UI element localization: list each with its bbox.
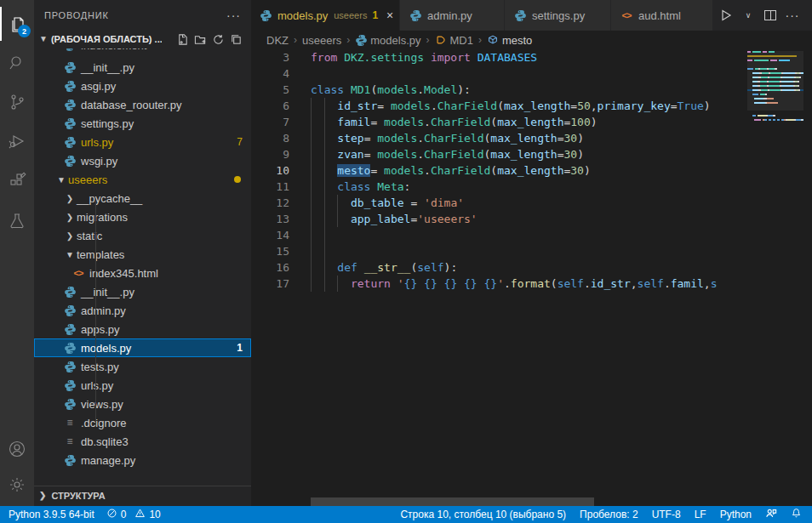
chevron-right-icon: ❯: [63, 194, 77, 203]
tree-folder-static[interactable]: ❯static: [34, 226, 251, 245]
tree-file-settings.py[interactable]: settings.py: [34, 114, 251, 133]
breadcrumb-item-mesto[interactable]: mesto: [487, 34, 532, 47]
settings-gear-icon[interactable]: [0, 468, 34, 502]
tab-label: admin.py: [427, 9, 472, 22]
refresh-icon[interactable]: [212, 33, 225, 46]
tree-file-indexelement[interactable]: indexelement: [34, 48, 251, 58]
run-dropdown-icon[interactable]: ∨: [739, 6, 758, 25]
line-number: 4: [251, 67, 289, 80]
status-eol[interactable]: LF: [695, 509, 706, 520]
tree-item-label: indexelement: [81, 48, 146, 52]
status-encoding[interactable]: UTF-8: [652, 509, 681, 520]
tree-item-label: .dcignore: [81, 417, 126, 429]
code-line-5[interactable]: 5class MD1(models.Model):: [251, 82, 812, 98]
tab-settings.py[interactable]: settings.py: [505, 0, 611, 31]
code-line-9[interactable]: 9 zvan= models.CharField(max_length=30): [251, 146, 812, 162]
tree-file-urls.py[interactable]: urls.py: [34, 376, 251, 395]
tree-item-label: __init__.py: [81, 61, 134, 74]
tree-file-asgi.py[interactable]: asgi.py: [34, 77, 251, 95]
code-line-11[interactable]: 11 class Meta:: [251, 179, 812, 195]
line-content: famil= models.CharField(max_length=100): [311, 114, 598, 130]
status-cursor-position[interactable]: Строка 10, столбец 10 (выбрано 5): [400, 509, 566, 520]
code-line-14[interactable]: 14: [251, 227, 812, 243]
run-debug-icon[interactable]: [0, 124, 34, 158]
breadcrumb-item-useeers[interactable]: useeers: [302, 34, 341, 47]
tree-folder-useeers[interactable]: ▼useeers: [34, 170, 251, 189]
file-file-icon: ≡: [63, 435, 77, 448]
tree-file-views.py[interactable]: views.py: [34, 395, 251, 413]
py-file-icon: [63, 117, 77, 130]
source-control-icon[interactable]: [0, 85, 34, 119]
line-number: 15: [251, 245, 289, 258]
status-problems[interactable]: 010: [106, 508, 161, 521]
chevron-right-icon: ❯: [63, 213, 77, 222]
breadcrumb-item-DKZ[interactable]: DKZ: [266, 34, 289, 47]
code-line-15[interactable]: 15: [251, 243, 812, 259]
tree-item-label: database_roouter.py: [81, 99, 182, 111]
tree-file-manage.py[interactable]: manage.py: [34, 451, 251, 469]
code-line-13[interactable]: 13 app_label='useeers': [251, 211, 812, 227]
tree-item-label: views.py: [81, 398, 123, 411]
status-label: Python: [720, 509, 752, 520]
line-number: 12: [251, 196, 289, 209]
code-line-6[interactable]: 6 id_str= models.CharField(max_length=50…: [251, 98, 812, 114]
split-editor-icon[interactable]: [761, 6, 780, 25]
tree-file-wsgi.py[interactable]: wsgi.py: [34, 151, 251, 170]
outline-section-header[interactable]: ❯ СТРУКТУРА: [34, 486, 251, 504]
tree-file-index345.html[interactable]: <>index345.html: [34, 264, 251, 282]
search-icon[interactable]: [0, 46, 34, 80]
account-icon[interactable]: [0, 432, 34, 466]
tree-folder-__pycache__[interactable]: ❯__pycache__: [34, 189, 251, 207]
error-count: 0: [121, 509, 127, 520]
code-editor[interactable]: 3from DKZ.settings import DATABASES45cla…: [251, 49, 812, 506]
tree-file-database_roouter.py[interactable]: database_roouter.py: [34, 95, 251, 114]
tree-file-apps.py[interactable]: apps.py: [34, 320, 251, 338]
testing-icon[interactable]: [0, 204, 34, 238]
tree-file-tests.py[interactable]: tests.py: [34, 357, 251, 376]
tree-file-db.sqlite3[interactable]: ≡db.sqlite3: [34, 432, 251, 451]
status-feedback-icon[interactable]: [765, 508, 777, 522]
horizontal-scrollbar[interactable]: [311, 497, 594, 506]
tree-file-.dcignore[interactable]: ≡.dcignore: [34, 413, 251, 432]
tree-file-admin.py[interactable]: admin.py: [34, 301, 251, 320]
tab-models.py[interactable]: models.pyuseeers1×: [251, 0, 400, 31]
tree-file-urls.py[interactable]: urls.py7: [34, 133, 251, 151]
status-python-interpreter[interactable]: Python 3.9.5 64-bit: [9, 509, 94, 520]
tree-folder-migrations[interactable]: ❯migrations: [34, 207, 251, 226]
code-line-10[interactable]: 10 mesto= models.CharField(max_length=30…: [251, 162, 812, 179]
minimap[interactable]: [747, 51, 803, 145]
status-indentation[interactable]: Пробелов: 2: [580, 509, 638, 520]
code-line-8[interactable]: 8 step= models.CharField(max_length=30): [251, 130, 812, 146]
workspace-section-header[interactable]: ▼ (РАБОЧАЯ ОБЛАСТЬ) ...: [34, 30, 251, 48]
status-language-mode[interactable]: Python: [720, 509, 752, 520]
run-button[interactable]: [717, 6, 735, 25]
tree-file-__init__.py[interactable]: __init__.py: [34, 58, 251, 77]
status-notifications-icon[interactable]: [791, 508, 802, 521]
code-line-12[interactable]: 12 db_table = 'dima': [251, 195, 812, 211]
workspace-label: (РАБОЧАЯ ОБЛАСТЬ) ...: [51, 34, 162, 44]
line-content: mesto= models.CharField(max_length=30): [311, 162, 591, 179]
code-line-17[interactable]: 17 return '{} {} {} {} {}'.format(self.i…: [251, 276, 812, 292]
code-line-4[interactable]: 4: [251, 65, 812, 82]
code-line-3[interactable]: 3from DKZ.settings import DATABASES: [251, 49, 812, 65]
new-file-icon[interactable]: [176, 33, 189, 46]
new-folder-icon[interactable]: [194, 33, 207, 46]
explorer-icon[interactable]: 2: [0, 7, 34, 41]
extensions-icon[interactable]: [0, 163, 34, 197]
explorer-more-actions-icon[interactable]: ···: [226, 9, 241, 22]
code-line-7[interactable]: 7 famil= models.CharField(max_length=100…: [251, 114, 812, 130]
close-icon[interactable]: ×: [386, 9, 393, 22]
breadcrumb-item-models.py[interactable]: models.py: [355, 34, 420, 47]
tree-file-models.py[interactable]: models.py1: [34, 338, 251, 357]
code-line-16[interactable]: 16 def __str__(self):: [251, 259, 812, 276]
breadcrumb-separator: ›: [426, 34, 430, 46]
tree-file-__init__.py[interactable]: __init__.py: [34, 282, 251, 301]
tab-aud.html[interactable]: <>aud.html: [611, 0, 713, 31]
line-content: zvan= models.CharField(max_length=30): [311, 146, 584, 162]
breadcrumb-item-MD1[interactable]: MD1: [435, 34, 473, 47]
tree-folder-templates[interactable]: ▼templates: [34, 245, 251, 264]
tab-admin.py[interactable]: admin.py: [400, 0, 505, 31]
tree-item-label: apps.py: [81, 323, 120, 336]
collapse-all-icon[interactable]: [230, 33, 243, 46]
editor-more-actions-icon[interactable]: ···: [783, 6, 802, 25]
